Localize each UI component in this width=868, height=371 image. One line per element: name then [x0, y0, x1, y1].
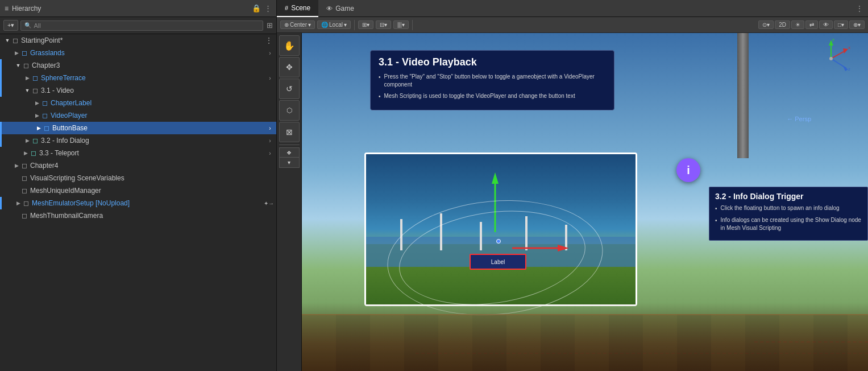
item-label: MeshThumbnailCamera	[30, 212, 274, 220]
hierarchy-item-chapter3[interactable]: ▼ ◻ Chapter3	[0, 59, 276, 72]
hand-tool-button[interactable]: ✋	[279, 35, 300, 56]
hierarchy-item-video-player[interactable]: ▶ ◻ VideoPlayer	[0, 109, 276, 122]
scene-content: 3.1 - Video Playback • Press the "Play" …	[302, 33, 868, 371]
transform-bot-btn[interactable]: ▾	[279, 158, 300, 168]
dialog-bullet-text-1: Click the floating button to spawn an in…	[721, 204, 840, 212]
cube-icon: ◻	[11, 36, 19, 44]
rect-tool-button[interactable]: ⊠	[279, 122, 300, 142]
hierarchy-item-chapter-label[interactable]: ▶ ◻ ChapterLabel	[0, 97, 276, 109]
selection-center-dot	[496, 239, 501, 244]
hierarchy-item-info-dialog[interactable]: ▶ ◻ 3.2 - Info Dialog ›	[0, 134, 276, 147]
cube-icon: ◻	[31, 74, 39, 82]
move-tool-button[interactable]: ✥	[279, 57, 300, 77]
hierarchy-item-starting-point[interactable]: ▼ ◻ StartingPoint* ⋮	[0, 34, 276, 47]
expand-arrow: ▶	[22, 149, 30, 157]
info-button[interactable]: i	[676, 158, 700, 182]
lock-icon: 🔒	[252, 4, 261, 13]
hierarchy-item-mesh-emulator[interactable]: ▶ ◻ MeshEmulatorSetup [NoUpload] ✦ →	[0, 197, 276, 209]
transform-tool-group: ❖ ▾	[279, 147, 300, 168]
scale-tool-button[interactable]: ⬡	[279, 100, 300, 121]
svg-text:x: x	[848, 45, 850, 50]
tools-panel: ✋ ✥ ↺ ⬡ ⊠ ❖ ▾	[277, 33, 302, 371]
scene-header: # Scene 👁 Game ⋮	[277, 0, 868, 17]
gizmo-btn-3[interactable]: |||▾	[393, 20, 409, 29]
blue-bar	[0, 84, 2, 97]
cube-icon: ◻	[31, 86, 39, 94]
scene-tab-label: Scene	[291, 4, 310, 12]
2d-btn[interactable]: 2D	[775, 20, 790, 29]
hierarchy-item-mesh-unique[interactable]: ◻ MeshUniqueIdManager	[0, 184, 276, 197]
toolbar-separator-2	[412, 20, 413, 30]
expand-arrow: ▶	[23, 74, 31, 82]
info-icon: i	[687, 164, 690, 177]
bullet-dot: •	[715, 217, 717, 225]
item-label: 3.1 - Video	[41, 86, 274, 94]
filter-icon[interactable]: ⊞	[267, 21, 273, 30]
dialog-bullet-text-2: Info dialogs can be created using the Sh…	[721, 216, 862, 232]
dialog-bullet-1: • Click the floating button to spawn an …	[715, 204, 862, 213]
video-bullet-text-1: Press the "Play" and "Stop" button below…	[384, 73, 606, 89]
add-button[interactable]: +▾	[3, 20, 18, 31]
cube-icon: ◻	[31, 137, 39, 145]
hierarchy-item-visual-scripting[interactable]: ◻ VisualScripting SceneVariables	[0, 172, 276, 184]
rotate-tool-button[interactable]: ↺	[279, 79, 300, 99]
audio-btn[interactable]: ⇄	[805, 20, 818, 29]
scene-viewport[interactable]: ✋ ✥ ↺ ⬡ ⊠ ❖ ▾ 3.1 - Video Playback • Pre…	[277, 33, 868, 371]
hierarchy-item-mesh-thumbnail[interactable]: ◻ MeshThumbnailCamera	[0, 209, 276, 222]
tool-separator	[279, 145, 300, 145]
chevron-right-icon: ›	[266, 74, 274, 82]
bullet-dot: •	[379, 93, 381, 101]
hierarchy-item-button-base[interactable]: ▶ ◻ ButtonBase ›	[0, 122, 276, 134]
header-icons: 🔒 ⋮	[252, 4, 272, 13]
visibility-btn[interactable]: 👁	[819, 20, 833, 29]
hierarchy-item-video[interactable]: ▼ ◻ 3.1 - Video	[0, 84, 276, 97]
center-button[interactable]: ⊕ Center ▾	[280, 20, 315, 29]
hierarchy-item-teleport[interactable]: ▶ ◻ 3.3 - Teleport ›	[0, 147, 276, 159]
local-icon: 🌐	[321, 22, 328, 28]
hamburger-icon: ≡	[5, 5, 9, 13]
scene-panel-more-icon[interactable]: ⋮	[855, 4, 863, 13]
info-card-video-playback: 3.1 - Video Playback • Press the "Play" …	[370, 50, 614, 110]
hierarchy-title: Hierarchy	[12, 5, 41, 13]
item-label: Chapter3	[32, 61, 274, 69]
svg-marker-8	[843, 48, 848, 53]
transform-top-btn[interactable]: ❖	[279, 147, 300, 158]
center-arrow: ▾	[308, 22, 311, 28]
effects-btn[interactable]: ⊕▾	[849, 20, 865, 29]
render-mode-btn[interactable]: ⊙▾	[758, 20, 774, 29]
x-axis-arrow	[512, 244, 569, 254]
gizmo-btn-1[interactable]: ⊞▾	[358, 20, 373, 29]
turbine-3	[480, 222, 482, 250]
local-button[interactable]: 🌐 Local ▾	[317, 20, 351, 29]
gizmo-btn-2[interactable]: ⊟▾	[376, 20, 391, 29]
context-menu-icon[interactable]: ⋮	[265, 36, 273, 45]
search-icon: 🔍	[24, 22, 31, 28]
expand-arrow: ▶	[13, 49, 20, 57]
cube-icon: ◻	[20, 49, 28, 57]
tab-scene[interactable]: # Scene	[277, 0, 318, 17]
game-tab-label: Game	[335, 5, 354, 13]
expand-arrow: ▶	[13, 162, 20, 170]
search-box[interactable]: 🔍 All	[20, 20, 263, 31]
persp-label: ← Persp	[787, 116, 811, 122]
axes-gizmo: y x z	[811, 39, 851, 79]
local-label: Local	[329, 22, 343, 28]
hierarchy-item-grasslands[interactable]: ▶ ◻ Grasslands ›	[0, 47, 276, 59]
hierarchy-item-sphere-terrace[interactable]: ▶ ◻ SphereTerrace ›	[0, 72, 276, 84]
tab-game[interactable]: 👁 Game	[318, 0, 362, 17]
gizmos-btn[interactable]: □▾	[834, 20, 848, 29]
cube-icon: ◻	[20, 174, 28, 182]
item-label: VideoPlayer	[51, 112, 274, 119]
blue-bar	[0, 122, 2, 134]
badge-icon: ✦	[264, 200, 268, 207]
arrow-icon: →	[268, 200, 274, 207]
lighting-btn[interactable]: ☀	[791, 20, 804, 29]
hierarchy-item-chapter4[interactable]: ▶ ◻ Chapter4	[0, 159, 276, 172]
search-placeholder: All	[34, 22, 40, 29]
scene-tab-icon: #	[285, 5, 288, 11]
hierarchy-panel: ≡ Hierarchy 🔒 ⋮ +▾ 🔍 All ⊞ ▼ ◻ StartingP…	[0, 0, 277, 371]
more-icon[interactable]: ⋮	[264, 4, 272, 13]
item-label: MeshUniqueIdManager	[30, 187, 274, 195]
expand-arrow: ▶	[14, 199, 22, 207]
local-arrow: ▾	[344, 22, 347, 28]
